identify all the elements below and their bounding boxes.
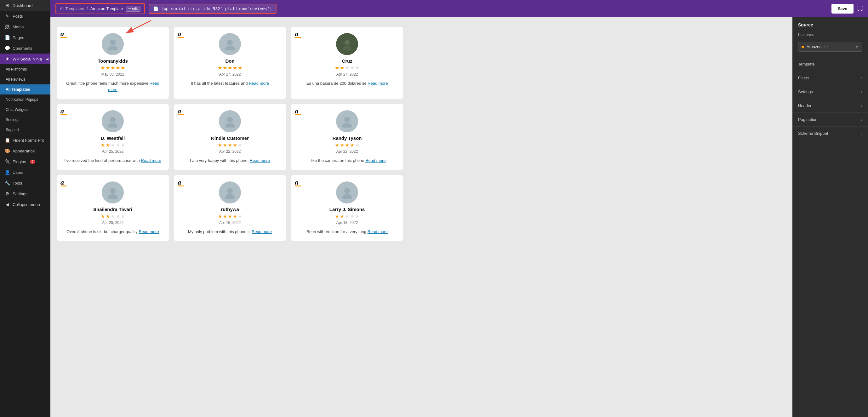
right-panel-source-section: Source Platforms Amazon ⓘ ▼ — [793, 17, 868, 57]
sidebar-item-all-reviews[interactable]: All Reviews — [0, 74, 51, 85]
star-2: ★ — [223, 142, 227, 148]
sidebar-item-fluent-forms[interactable]: 📋 Fluent Forms Pro — [0, 135, 51, 146]
star-1: ★ — [218, 213, 222, 219]
sidebar-item-settings-sub[interactable]: Settings — [0, 115, 51, 125]
read-more-link[interactable]: Read more — [365, 158, 385, 163]
amazon-logo: a — [295, 31, 301, 38]
sidebar-item-collapse[interactable]: ◀ Collapse menu — [0, 199, 51, 210]
reviewer-avatar — [102, 33, 124, 55]
review-stars: ★★★★★ — [297, 213, 397, 219]
right-panel: Source Platforms Amazon ⓘ ▼ Template › — [793, 17, 868, 417]
star-1: ★ — [335, 213, 339, 219]
shortcode-icon: 📄 — [153, 6, 158, 11]
users-icon: 👤 — [4, 170, 10, 175]
right-panel-header[interactable]: Header › — [793, 99, 868, 113]
review-date: Apr 22, 2022 — [297, 149, 397, 154]
amazon-logo: a — [178, 108, 184, 115]
sidebar-item-label: Fluent Forms Pro — [12, 138, 44, 143]
read-more-link[interactable]: Read more — [368, 229, 388, 234]
platform-select-left: Amazon ⓘ — [802, 44, 828, 49]
sidebar-item-all-platforms[interactable]: All Platforms — [0, 64, 51, 74]
review-text: Overall phone is ok, but charger quality… — [63, 229, 162, 235]
sidebar-item-label: Plugins — [12, 159, 26, 164]
amazon-logo: a — [178, 179, 184, 187]
svg-point-8 — [110, 117, 116, 123]
right-panel-settings[interactable]: Settings › — [793, 85, 868, 99]
svg-point-5 — [225, 46, 235, 51]
maximize-button[interactable]: ⛶ — [857, 5, 863, 12]
header-chevron-icon: › — [861, 104, 862, 108]
read-more-link[interactable]: Read more — [108, 81, 159, 92]
read-more-link[interactable]: Read more — [141, 158, 161, 163]
reviewer-name: Shailendra Tiwari — [63, 206, 162, 212]
chevron-icon: ◀ — [46, 57, 49, 61]
sidebar-item-comments[interactable]: 💬 Comments — [0, 43, 51, 54]
svg-point-6 — [345, 40, 350, 45]
reviewer-name: D. Westfall — [63, 135, 162, 141]
review-card: aKindle Customer★★★★★Apr 22, 2022I am ve… — [174, 104, 286, 170]
right-panel-schema-snippet[interactable]: Schema Snippet › — [793, 126, 868, 140]
pagination-chevron-icon: › — [861, 118, 862, 122]
fluent-forms-icon: 📋 — [4, 138, 10, 143]
platform-select[interactable]: Amazon ⓘ ▼ — [798, 42, 862, 52]
reviews-grid: aToomanykids★★★★★May 03, 2022Great littl… — [57, 27, 403, 241]
read-more-link[interactable]: Read more — [138, 229, 159, 234]
reviewer-avatar — [102, 182, 124, 203]
sidebar-item-plugins[interactable]: 🔌 Plugins 2 — [0, 156, 51, 167]
sidebar-item-support[interactable]: Support — [0, 125, 51, 135]
reviewer-name: Kindle Customer — [180, 135, 280, 141]
platforms-label: Platforms — [793, 32, 868, 38]
star-3: ★ — [228, 213, 232, 219]
save-button[interactable]: Save — [832, 4, 854, 13]
reviewer-name: Toomanykids — [63, 58, 162, 64]
amazon-logo: a — [60, 179, 67, 187]
review-text: Great little phone feels much more expen… — [63, 80, 162, 93]
shortcode-text: [wp_social_ninja id="582" platform="revi… — [161, 6, 272, 11]
star-4: ★ — [116, 213, 120, 219]
star-5: ★ — [238, 213, 242, 219]
star-2: ★ — [340, 213, 344, 219]
sidebar-item-appearance[interactable]: 🎨 Appearance — [0, 146, 51, 156]
read-more-link[interactable]: Read more — [250, 158, 270, 163]
review-card: aShailendra Tiwari★★★★★Apr 20, 2022Overa… — [57, 175, 169, 241]
sidebar-item-dashboard[interactable]: ⊞ Dashboard — [0, 0, 51, 11]
edit-button[interactable]: ✏ edit — [126, 6, 141, 12]
sidebar-item-pages[interactable]: 📄 Pages — [0, 32, 51, 43]
shortcode-box[interactable]: 📄 [wp_social_ninja id="582" platform="re… — [149, 4, 276, 14]
star-4: ★ — [116, 65, 120, 71]
review-stars: ★★★★★ — [63, 213, 162, 219]
sidebar-item-all-templates[interactable]: All Templates — [0, 85, 51, 95]
sidebar-item-label: Support — [6, 128, 19, 132]
sidebar-item-settings[interactable]: ⚙ Settings — [0, 188, 51, 199]
read-more-link[interactable]: Read more — [252, 229, 272, 234]
breadcrumb-all-templates[interactable]: All Templates — [60, 6, 84, 11]
sidebar-item-notification-popups[interactable]: Notification Popups — [0, 95, 51, 104]
read-more-link[interactable]: Read more — [249, 81, 269, 86]
amazon-logo: a — [60, 108, 67, 115]
sidebar-item-posts[interactable]: ✎ Posts — [0, 11, 51, 22]
template-label: Template — [798, 62, 815, 66]
star-3: ★ — [345, 65, 349, 71]
sidebar-item-users[interactable]: 👤 Users — [0, 167, 51, 178]
right-panel-filters[interactable]: Filters › — [793, 71, 868, 85]
reviewer-name: Larry J. Simons — [297, 206, 397, 212]
preview-area: aToomanykids★★★★★May 03, 2022Great littl… — [51, 17, 793, 417]
review-date: Apr 27, 2022 — [180, 72, 280, 76]
reviewer-avatar — [219, 33, 241, 55]
right-panel-template[interactable]: Template › — [793, 57, 868, 71]
sidebar-item-media[interactable]: 🖼 Media — [0, 22, 51, 32]
right-panel-pagination[interactable]: Pagination › — [793, 113, 868, 126]
svg-point-2 — [110, 40, 116, 45]
sidebar-item-wp-social-ninja[interactable]: ★ WP Social Ninja ◀ — [0, 54, 51, 64]
read-more-link[interactable]: Read more — [368, 81, 388, 86]
star-5: ★ — [355, 142, 359, 148]
sidebar-item-tools[interactable]: 🔧 Tools — [0, 178, 51, 188]
sidebar: ⊞ Dashboard ✎ Posts 🖼 Media 📄 Pages 💬 Co… — [0, 0, 51, 417]
platform-info-icon: ⓘ — [824, 44, 828, 49]
amazon-logo: a — [60, 31, 67, 38]
sidebar-item-label: Media — [12, 25, 24, 29]
reviewer-name: Cruz — [297, 58, 397, 64]
posts-icon: ✎ — [4, 13, 10, 19]
review-date: Apr 16, 2022 — [180, 221, 280, 225]
sidebar-item-chat-widgets[interactable]: Chat Widgets — [0, 104, 51, 115]
